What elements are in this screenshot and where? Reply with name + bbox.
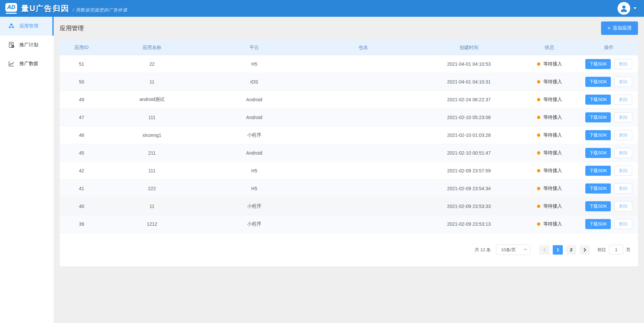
status-dot-icon bbox=[537, 80, 540, 84]
cell-platform: iOS bbox=[201, 79, 308, 85]
cell-created: 2021-02-10 05:23:08 bbox=[419, 115, 519, 120]
download-sdk-button[interactable]: 下载SDK bbox=[585, 219, 611, 229]
download-sdk-button[interactable]: 下载SDK bbox=[585, 77, 611, 87]
cell-actions: 下载SDK删除 bbox=[580, 77, 638, 87]
page-button-2[interactable]: 2 bbox=[566, 245, 576, 255]
cell-app-id: 42 bbox=[60, 168, 103, 173]
user-menu[interactable] bbox=[618, 2, 637, 15]
status-label: 等待接入 bbox=[543, 79, 562, 85]
cell-platform: Android bbox=[201, 115, 308, 120]
cell-app-name: 22 bbox=[103, 61, 201, 67]
cell-app-name: 211 bbox=[103, 150, 201, 156]
download-sdk-button[interactable]: 下载SDK bbox=[585, 201, 611, 211]
cell-app-name: android测试 bbox=[103, 97, 201, 103]
download-sdk-button[interactable]: 下载SDK bbox=[585, 148, 611, 158]
table-row: 391212小程序2021-02-09 23:53:13等待接入下载SDK删除 bbox=[60, 215, 638, 233]
cell-app-id: 49 bbox=[60, 97, 103, 102]
page-size-value: 10条/页 bbox=[501, 247, 516, 253]
cell-app-name: 1212 bbox=[103, 221, 201, 227]
column-header-app-name: 应用名称 bbox=[103, 45, 201, 51]
sidebar-item-label: 应用管理 bbox=[19, 23, 38, 29]
delete-button[interactable]: 删除 bbox=[614, 166, 632, 176]
pagination-total: 共 12 条 bbox=[475, 247, 491, 253]
cell-app-name: xinzeng1 bbox=[103, 132, 201, 138]
page-size-select[interactable]: 10条/页 bbox=[496, 245, 530, 255]
cell-created: 2021-02-09 23:53:33 bbox=[419, 204, 519, 209]
cell-actions: 下载SDK删除 bbox=[580, 219, 638, 229]
chevron-down-icon bbox=[524, 249, 527, 252]
cell-app-id: 45 bbox=[60, 150, 103, 156]
goto-label: 前往 bbox=[597, 247, 606, 253]
download-sdk-button[interactable]: 下载SDK bbox=[585, 166, 611, 176]
status-label: 等待接入 bbox=[543, 221, 562, 227]
status-dot-icon bbox=[537, 187, 540, 190]
status-label: 等待接入 bbox=[543, 168, 562, 174]
sidebar-item-label: 推广计划 bbox=[19, 42, 38, 48]
cell-platform: Android bbox=[201, 97, 308, 102]
download-sdk-button[interactable]: 下载SDK bbox=[585, 183, 611, 194]
status-label: 等待接入 bbox=[543, 203, 562, 209]
add-app-button[interactable]: + 添加应用 bbox=[601, 21, 638, 35]
column-header-actions: 操作 bbox=[580, 45, 638, 51]
cell-app-id: 40 bbox=[60, 204, 103, 209]
cell-platform: H5 bbox=[201, 168, 308, 173]
prev-page-button[interactable] bbox=[539, 245, 549, 255]
delete-button[interactable]: 删除 bbox=[614, 201, 632, 211]
cell-actions: 下载SDK删除 bbox=[580, 183, 638, 194]
main-content: 应用管理 + 添加应用 应用ID 应用名称 平台 包名 创建时间 状态 操作 5… bbox=[54, 17, 644, 323]
column-header-created: 创建时间 bbox=[419, 45, 519, 51]
column-header-status: 状态 bbox=[519, 45, 580, 51]
brand-slogan: / 用数据挖掘您的广告价值 bbox=[73, 7, 127, 14]
column-header-app-id: 应用ID bbox=[60, 45, 103, 51]
download-sdk-button[interactable]: 下载SDK bbox=[585, 95, 611, 105]
sidebar-item-promotion-plan[interactable]: 推广计划 bbox=[0, 36, 54, 54]
delete-button[interactable]: 删除 bbox=[614, 59, 632, 69]
delete-button[interactable]: 删除 bbox=[614, 148, 632, 158]
delete-button[interactable]: 删除 bbox=[614, 95, 632, 105]
delete-button[interactable]: 删除 bbox=[614, 77, 632, 87]
sidebar-item-promotion-data[interactable]: 推广数据 bbox=[0, 54, 54, 73]
page-button-1[interactable]: 1 bbox=[553, 245, 563, 255]
status-label: 等待接入 bbox=[543, 114, 562, 120]
cell-status: 等待接入 bbox=[519, 203, 580, 209]
cell-app-id: 47 bbox=[60, 115, 103, 120]
brand-title: 量U广告归因 bbox=[21, 3, 69, 14]
cell-platform: Android bbox=[201, 150, 308, 156]
cell-actions: 下载SDK删除 bbox=[580, 112, 638, 122]
cell-platform: 小程序 bbox=[201, 221, 308, 227]
table-row: 4011小程序2021-02-09 23:53:33等待接入下载SDK删除 bbox=[60, 198, 638, 215]
table-body: 5122H52021-04-01 04:10:53等待接入下载SDK删除5011… bbox=[60, 55, 638, 233]
cell-actions: 下载SDK删除 bbox=[580, 59, 638, 69]
sidebar-item-app-management[interactable]: 应用管理 bbox=[0, 17, 54, 36]
cell-actions: 下载SDK删除 bbox=[580, 130, 638, 140]
table-row: 47111Android2021-02-10 05:23:08等待接入下载SDK… bbox=[60, 109, 638, 126]
user-avatar-icon[interactable] bbox=[618, 2, 630, 15]
cell-actions: 下载SDK删除 bbox=[580, 95, 638, 105]
goto-page-input[interactable] bbox=[609, 245, 623, 255]
status-label: 等待接入 bbox=[543, 150, 562, 156]
status-label: 等待接入 bbox=[543, 185, 562, 192]
status-dot-icon bbox=[537, 62, 540, 66]
status-dot-icon bbox=[537, 151, 540, 155]
chevron-right-icon bbox=[583, 248, 586, 252]
download-sdk-button[interactable]: 下载SDK bbox=[585, 112, 611, 122]
status-dot-icon bbox=[537, 169, 540, 172]
download-sdk-button[interactable]: 下载SDK bbox=[585, 130, 611, 140]
cell-status: 等待接入 bbox=[519, 168, 580, 174]
status-label: 等待接入 bbox=[543, 97, 562, 103]
delete-button[interactable]: 删除 bbox=[614, 219, 632, 229]
delete-button[interactable]: 删除 bbox=[614, 112, 632, 122]
pagination-bar: 共 12 条 10条/页 1 2 前往 bbox=[60, 233, 638, 266]
next-page-button[interactable] bbox=[580, 245, 590, 255]
download-sdk-button[interactable]: 下载SDK bbox=[585, 59, 611, 69]
page-title: 应用管理 bbox=[60, 24, 84, 32]
table-row: 42111H52021-02-09 23:57:59等待接入下载SDK删除 bbox=[60, 162, 638, 180]
cell-app-name: 11 bbox=[103, 79, 201, 85]
cell-created: 2021-04-01 04:10:53 bbox=[419, 61, 519, 67]
cell-created: 2021-04-01 04:10:31 bbox=[419, 79, 519, 85]
delete-button[interactable]: 删除 bbox=[614, 130, 632, 140]
delete-button[interactable]: 删除 bbox=[614, 183, 632, 194]
cell-app-id: 46 bbox=[60, 132, 103, 138]
cell-status: 等待接入 bbox=[519, 132, 580, 138]
ad-logo-text: AD bbox=[5, 3, 17, 12]
